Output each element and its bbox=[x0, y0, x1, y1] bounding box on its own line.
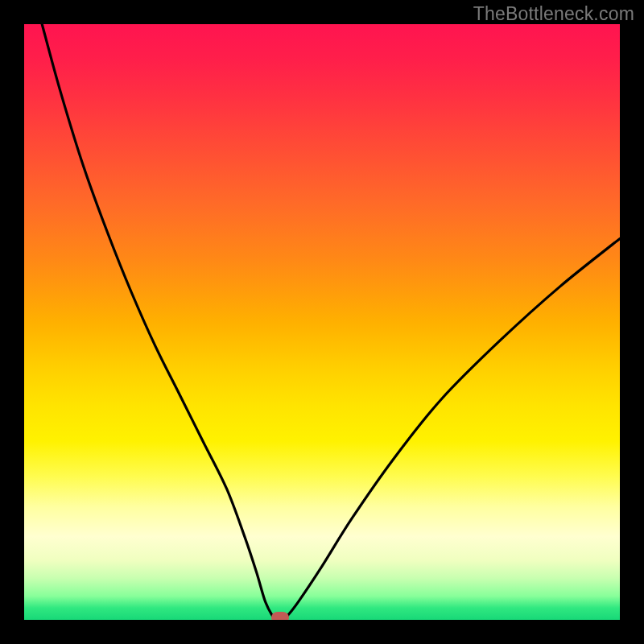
plot-area bbox=[24, 24, 620, 620]
chart-frame: TheBottleneck.com bbox=[0, 0, 644, 644]
bottleneck-curve bbox=[24, 24, 620, 620]
watermark-text: TheBottleneck.com bbox=[473, 3, 634, 25]
optimal-marker bbox=[271, 612, 289, 620]
